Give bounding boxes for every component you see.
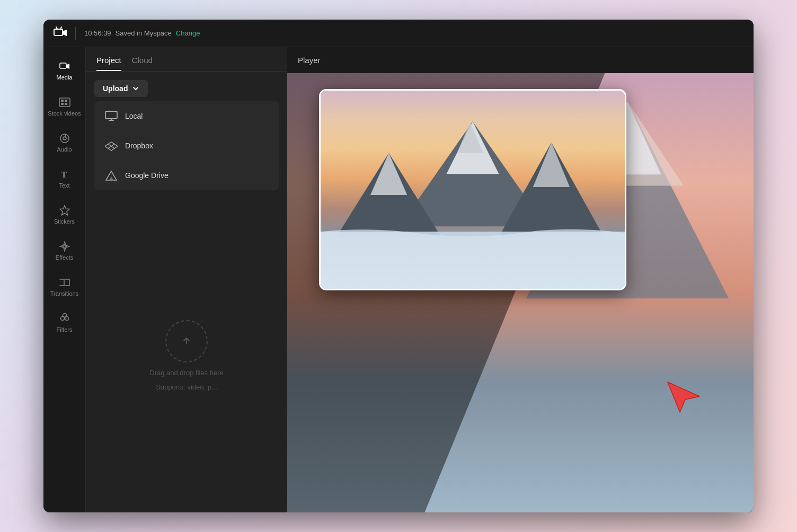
main-layout: Media Stock videos: [43, 47, 754, 512]
top-bar-divider: [75, 27, 76, 40]
player-area: Player: [287, 47, 754, 512]
svg-text:T: T: [61, 170, 67, 180]
google-drive-icon: [105, 169, 118, 182]
sidebar-item-media[interactable]: Media: [46, 54, 84, 87]
app-window: 10:56:39 Saved in Myspace Change Media: [43, 20, 754, 512]
sidebar-item-effects[interactable]: Effects: [46, 234, 84, 268]
upload-option-dropbox[interactable]: Dropbox: [94, 131, 279, 161]
change-link[interactable]: Change: [176, 29, 200, 37]
upload-section: Upload: [86, 72, 287, 199]
svg-rect-7: [61, 103, 64, 105]
tab-cloud[interactable]: Cloud: [132, 56, 153, 71]
tab-project[interactable]: Project: [96, 56, 121, 71]
sidebar-item-stock-videos-label: Stock videos: [48, 110, 81, 117]
sidebar-item-transitions[interactable]: Transitions: [46, 270, 84, 304]
upload-option-local-label: Local: [125, 112, 143, 120]
top-bar-info: 10:56:39 Saved in Myspace Change: [84, 29, 200, 37]
media-icon: [59, 60, 70, 72]
save-status: Saved in Myspace: [116, 29, 172, 37]
dropbox-icon: [105, 139, 118, 152]
svg-point-12: [64, 245, 66, 247]
svg-rect-3: [60, 63, 66, 68]
panel-tabs: Project Cloud: [86, 47, 287, 72]
upload-dropdown: Local Dropbox: [94, 101, 279, 190]
sidebar-item-audio[interactable]: Audio: [46, 126, 84, 159]
sidebar-item-stickers[interactable]: Stickers: [46, 198, 84, 232]
svg-rect-6: [65, 100, 67, 102]
upload-button[interactable]: Upload: [94, 80, 148, 97]
sidebar-item-audio-label: Audio: [57, 146, 72, 153]
sidebar-item-stickers-label: Stickers: [54, 218, 75, 225]
drop-zone: Drag and drop files here Supports: video…: [86, 199, 287, 512]
sidebar-item-effects-label: Effects: [56, 254, 73, 261]
effects-icon: [59, 241, 70, 252]
player-header: Player: [287, 47, 754, 73]
svg-rect-0: [54, 29, 63, 36]
sidebar-item-text[interactable]: T Text: [46, 162, 84, 196]
top-bar: 10:56:39 Saved in Myspace Change: [43, 20, 754, 47]
svg-rect-5: [61, 100, 64, 102]
sidebar-item-text-label: Text: [59, 182, 69, 189]
drop-zone-primary-text: Drag and drop files here: [149, 369, 223, 377]
audio-icon: [59, 132, 70, 144]
drop-zone-secondary-text: Supports: video, p...: [156, 383, 217, 391]
timestamp: 10:56:39: [84, 29, 111, 37]
media-panel: Project Cloud Upload: [86, 47, 287, 512]
sidebar-item-filters[interactable]: Filters: [46, 306, 84, 340]
svg-rect-4: [59, 98, 70, 107]
svg-rect-8: [65, 103, 67, 105]
player-title: Player: [298, 56, 321, 65]
drop-zone-circle: [165, 320, 208, 362]
upload-option-dropbox-label: Dropbox: [125, 141, 153, 150]
upload-option-google-drive-label: Google Drive: [125, 171, 169, 180]
text-icon: T: [59, 169, 70, 180]
svg-rect-17: [105, 111, 117, 119]
sidebar-item-transitions-label: Transitions: [50, 290, 78, 297]
upload-option-google-drive[interactable]: Google Drive: [94, 161, 279, 190]
stickers-icon: [59, 205, 70, 216]
svg-point-16: [63, 314, 66, 317]
stock-videos-icon: [59, 96, 70, 108]
player-content: [287, 73, 754, 512]
app-logo: [52, 25, 69, 42]
svg-marker-34: [668, 382, 699, 412]
transitions-icon: [59, 277, 70, 288]
left-sidebar: Media Stock videos: [43, 47, 86, 512]
filters-icon: [59, 313, 70, 324]
sidebar-item-stock-videos[interactable]: Stock videos: [46, 90, 84, 123]
sidebar-item-media-label: Media: [57, 74, 73, 81]
cursor-arrow: [665, 379, 702, 416]
sidebar-item-filters-label: Filters: [57, 326, 73, 333]
upload-option-local[interactable]: Local: [94, 101, 279, 131]
player-thumbnail: [319, 89, 626, 290]
content-area: Project Cloud Upload: [86, 47, 754, 512]
upload-button-label: Upload: [103, 84, 128, 93]
monitor-icon: [105, 110, 118, 122]
